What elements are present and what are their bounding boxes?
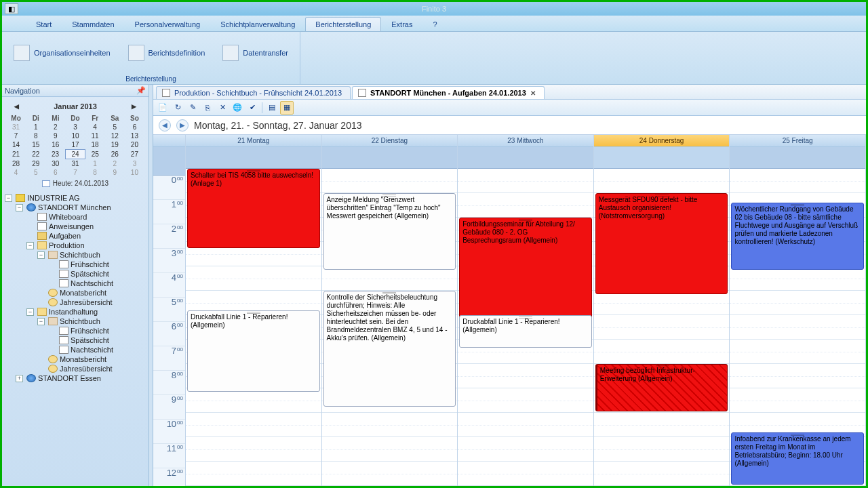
allday-zone[interactable]	[322, 147, 458, 169]
day-column[interactable]: 23 MittwochFortbildungsseminar für Abtei…	[458, 135, 594, 486]
calendar-event[interactable]: Wöchentlicher Rundgang von Gebäude 02 bi…	[731, 203, 864, 270]
day-header[interactable]: 24 Donnerstag	[594, 135, 730, 147]
tree-item[interactable]: Jahresübersicht	[2, 364, 149, 373]
allday-zone[interactable]	[186, 147, 321, 169]
tree-item[interactable]: −STANDORT München	[2, 203, 149, 212]
refresh-icon[interactable]: ↻	[171, 101, 184, 115]
calendar-day[interactable]: 15	[26, 140, 45, 150]
org-units-button[interactable]: Organisationseinheiten	[9, 41, 115, 64]
event-grip[interactable]	[519, 219, 532, 221]
tree-item[interactable]: −Schichtbuch	[2, 250, 149, 260]
calendar-day[interactable]: 30	[45, 159, 65, 169]
day-header[interactable]: 23 Mittwoch	[458, 135, 593, 147]
tree-item[interactable]: Nachtschicht	[2, 345, 149, 354]
calendar-day[interactable]: 12	[105, 131, 125, 140]
calendar-day[interactable]: 1	[85, 159, 105, 169]
tree-item[interactable]: +STANDORT Essen	[2, 373, 149, 383]
calendar-day[interactable]: 2	[45, 123, 65, 131]
tree-item[interactable]: Frühschicht	[2, 326, 149, 336]
close-icon[interactable]: ✕	[530, 89, 536, 97]
calendar-day[interactable]: 23	[45, 150, 65, 159]
tree-item[interactable]: Nachtschicht	[2, 279, 149, 288]
day-column[interactable]: 22 DienstagAnzeige Meldung "Grenzwert üb…	[322, 135, 458, 486]
today-label[interactable]: Heute: 24.01.2013	[6, 180, 144, 187]
tree-item[interactable]: Anweisungen	[2, 222, 149, 231]
new-icon[interactable]: 📄	[156, 101, 170, 115]
globe-icon[interactable]: 🌐	[231, 101, 244, 115]
ribbon-tab-berichterstellung[interactable]: Berichterstellung	[305, 17, 381, 31]
ribbon-tab-stammdaten[interactable]: Stammdaten	[62, 17, 124, 31]
event-grip[interactable]	[247, 170, 260, 172]
event-grip[interactable]	[247, 312, 260, 314]
calendar-day[interactable]: 31	[65, 159, 85, 169]
calendar-day[interactable]: 3	[65, 123, 85, 131]
event-grip[interactable]	[655, 195, 669, 197]
calendar-day[interactable]: 22	[26, 150, 45, 159]
calendar-day[interactable]: 9	[45, 131, 65, 140]
event-grip[interactable]	[519, 317, 532, 319]
calendar-event[interactable]: Druckabfall Linie 1 - Reparieren! (Allge…	[187, 310, 320, 392]
calendar-event[interactable]: Meeting bezüglich Infrastruktur-Erweiter…	[595, 364, 728, 411]
allday-zone[interactable]	[458, 147, 593, 169]
document-tab[interactable]: STANDORT München - Aufgaben 24.01.2013✕	[352, 86, 545, 99]
calendar-day[interactable]: 10	[65, 131, 85, 140]
check-icon[interactable]: ✔	[245, 101, 259, 115]
mini-calendar-grid[interactable]: MoDiMiDoFrSaSo31123456789101112131415161…	[6, 114, 144, 177]
calendar-day[interactable]: 25	[85, 150, 105, 159]
calendar-day[interactable]: 1	[26, 123, 45, 131]
data-transfer-button[interactable]: Datentransfer	[218, 41, 293, 64]
calendar-day[interactable]: 26	[105, 150, 125, 159]
ribbon-tab-extras[interactable]: Extras	[381, 17, 422, 31]
calendar-day[interactable]: 2	[105, 159, 125, 169]
calendar-event[interactable]: Messgerät SFDU90 defekt - bitte Austausc…	[595, 193, 728, 294]
calendar-day[interactable]: 9	[105, 168, 125, 177]
tree-item[interactable]: −Schichtbuch	[2, 317, 149, 326]
pin-icon[interactable]: 📌	[136, 86, 146, 95]
event-grip[interactable]	[791, 204, 804, 206]
app-menu-button[interactable]: ◧	[5, 3, 18, 14]
calendar-event[interactable]: Druckabfall Linie 1 - Reparieren! (Allge…	[459, 315, 592, 348]
prev-week-button[interactable]: ◀	[159, 119, 171, 131]
calendar-day[interactable]: 16	[45, 140, 65, 150]
calendar-day[interactable]: 3	[125, 159, 144, 169]
calendar-day[interactable]: 5	[26, 168, 45, 177]
tree-item[interactable]: Monatsbericht	[2, 354, 149, 364]
allday-zone[interactable]	[730, 147, 865, 169]
calendar-day[interactable]: 21	[6, 150, 26, 159]
day-header[interactable]: 21 Montag	[186, 135, 321, 147]
tree-item[interactable]: −INDUSTRIE AG	[2, 193, 149, 203]
calendar-day[interactable]: 28	[6, 159, 26, 169]
tree-item[interactable]: Spätschicht	[2, 269, 149, 279]
calendar-day[interactable]: 18	[85, 140, 105, 150]
tree-item[interactable]: Frühschicht	[2, 260, 149, 269]
list-icon[interactable]: ▤	[265, 101, 279, 115]
report-definition-button[interactable]: Berichtsdefinition	[123, 41, 210, 64]
day-column[interactable]: 24 DonnerstagMessgerät SFDU90 defekt - b…	[594, 135, 730, 486]
tree-toggle[interactable]: −	[26, 242, 34, 249]
calendar-event[interactable]: Anzeige Meldung "Grenzwert überschritten…	[323, 193, 456, 270]
day-column[interactable]: 21 MontagSchalter bei TIS 4058 bitte aus…	[186, 135, 322, 486]
edit-icon[interactable]: ✎	[186, 101, 199, 115]
event-grip[interactable]	[382, 195, 396, 197]
tree-item[interactable]: Whiteboard	[2, 212, 149, 222]
calendar-event[interactable]: Infoabend zur Krankenkasse an jedem erst…	[731, 432, 864, 485]
calendar-day[interactable]: 29	[26, 159, 45, 169]
delete-icon[interactable]: ✕	[216, 101, 229, 115]
calendar-day[interactable]: 4	[6, 168, 26, 177]
calendar-day[interactable]: 31	[6, 123, 26, 131]
calendar-event[interactable]: Schalter bei TIS 4058 bitte auswechseln!…	[187, 169, 320, 248]
tree-toggle[interactable]: −	[16, 204, 23, 211]
ribbon-tab-personalverwaltung[interactable]: Personalverwaltung	[125, 17, 211, 31]
calendar-day[interactable]: 20	[125, 140, 144, 150]
day-header[interactable]: 22 Dienstag	[322, 135, 458, 147]
copy-icon[interactable]: ⎘	[201, 101, 214, 115]
day-header[interactable]: 25 Freitag	[730, 135, 865, 147]
calendar-day[interactable]: 13	[125, 131, 144, 140]
calendar-day[interactable]: 6	[125, 123, 144, 131]
calendar-day[interactable]: 19	[105, 140, 125, 150]
calendar-day[interactable]: 8	[26, 131, 45, 140]
calendar-event[interactable]: Fortbildungsseminar für Abteilung 12/ Ge…	[459, 218, 592, 326]
event-grip[interactable]	[791, 434, 804, 436]
calendar-day[interactable]: 7	[65, 168, 85, 177]
event-grip[interactable]	[382, 292, 396, 294]
